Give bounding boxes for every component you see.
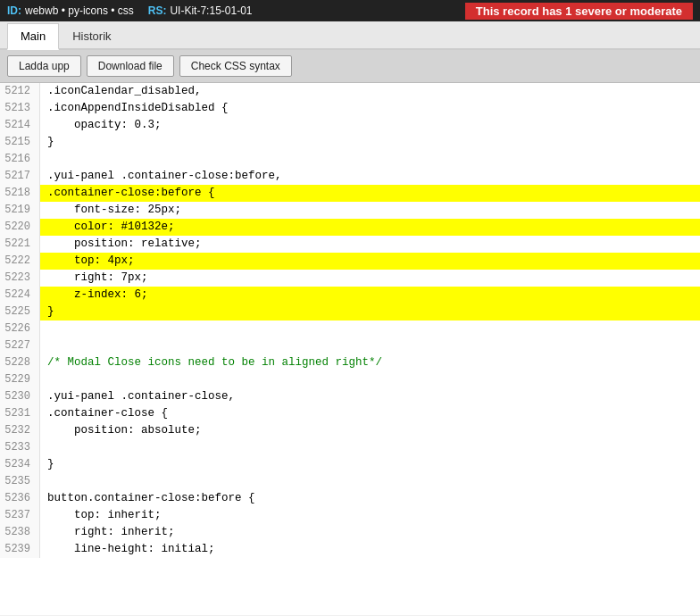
code-line-5222: 5222 top: 4px; bbox=[0, 253, 700, 270]
code-line-5215: 5215} bbox=[0, 134, 700, 151]
line-content: font-size: 25px; bbox=[40, 202, 700, 219]
code-line-5228: 5228/* Modal Close icons need to be in a… bbox=[0, 354, 700, 371]
line-number: 5212 bbox=[0, 83, 40, 100]
rs-label: RS: bbox=[148, 4, 167, 17]
line-number: 5227 bbox=[0, 337, 40, 354]
code-line-5230: 5230.yui-panel .container-close, bbox=[0, 388, 700, 405]
line-number: 5235 bbox=[0, 473, 40, 490]
tabs-bar: Main Historik bbox=[0, 21, 700, 50]
line-content: /* Modal Close icons need to be in align… bbox=[40, 354, 700, 371]
code-line-5223: 5223 right: 7px; bbox=[0, 270, 700, 287]
code-line-5220: 5220 color: #10132e; bbox=[0, 219, 700, 236]
line-number: 5221 bbox=[0, 236, 40, 253]
line-number: 5236 bbox=[0, 490, 40, 507]
line-content: position: relative; bbox=[40, 236, 700, 253]
line-content: position: absolute; bbox=[40, 422, 700, 439]
line-content: } bbox=[40, 304, 700, 320]
line-content bbox=[40, 371, 700, 388]
code-line-5227: 5227 bbox=[0, 337, 700, 354]
line-content: } bbox=[40, 456, 700, 473]
download-file-button[interactable]: Download file bbox=[87, 55, 174, 77]
line-content: .iconAppendInsideDisabled { bbox=[40, 100, 700, 117]
rs-value: UI-Kit-7:15-01-01 bbox=[170, 4, 252, 17]
line-content: z-index: 6; bbox=[40, 287, 700, 304]
line-number: 5228 bbox=[0, 354, 40, 371]
code-line-5213: 5213.iconAppendInsideDisabled { bbox=[0, 100, 700, 117]
code-line-5219: 5219 font-size: 25px; bbox=[0, 202, 700, 219]
id-label: ID: bbox=[7, 4, 21, 17]
top-bar: ID: webwb • py-icons • css RS: UI-Kit-7:… bbox=[0, 0, 700, 21]
line-content: .container-close { bbox=[40, 405, 700, 422]
id-value: webwb • py-icons • css bbox=[25, 4, 134, 17]
code-line-5233: 5233 bbox=[0, 439, 700, 456]
line-number: 5224 bbox=[0, 287, 40, 304]
code-line-5236: 5236button.container-close:before { bbox=[0, 490, 700, 507]
code-line-5226: 5226 bbox=[0, 320, 700, 337]
line-content bbox=[40, 439, 700, 456]
code-line-5217: 5217.yui-panel .container-close:before, bbox=[0, 168, 700, 185]
line-number: 5219 bbox=[0, 202, 40, 219]
line-number: 5216 bbox=[0, 151, 40, 168]
code-line-5221: 5221 position: relative; bbox=[0, 236, 700, 253]
line-content: line-height: initial; bbox=[40, 541, 700, 558]
line-content: .yui-panel .container-close:before, bbox=[40, 168, 700, 185]
line-number: 5217 bbox=[0, 168, 40, 185]
tab-historik[interactable]: Historik bbox=[59, 23, 124, 48]
tab-main[interactable]: Main bbox=[7, 23, 59, 50]
line-number: 5230 bbox=[0, 388, 40, 405]
code-line-5224: 5224 z-index: 6; bbox=[0, 287, 700, 304]
code-line-5239: 5239 line-height: initial; bbox=[0, 541, 700, 558]
line-number: 5239 bbox=[0, 541, 40, 558]
code-line-5212: 5212.iconCalendar_disabled, bbox=[0, 83, 700, 100]
line-content: top: inherit; bbox=[40, 507, 700, 524]
line-content bbox=[40, 151, 700, 168]
ladda-upp-button[interactable]: Ladda upp bbox=[7, 55, 81, 77]
line-number: 5231 bbox=[0, 405, 40, 422]
line-content: right: 7px; bbox=[40, 270, 700, 287]
line-number: 5215 bbox=[0, 134, 40, 151]
line-number: 5233 bbox=[0, 439, 40, 456]
line-number: 5222 bbox=[0, 253, 40, 270]
line-number: 5214 bbox=[0, 117, 40, 134]
line-number: 5226 bbox=[0, 320, 40, 337]
code-line-5234: 5234} bbox=[0, 456, 700, 473]
code-line-5214: 5214 opacity: 0.3; bbox=[0, 117, 700, 134]
code-line-5237: 5237 top: inherit; bbox=[0, 507, 700, 524]
line-content: .yui-panel .container-close, bbox=[40, 388, 700, 405]
line-number: 5218 bbox=[0, 185, 40, 202]
line-content: top: 4px; bbox=[40, 253, 700, 270]
line-number: 5234 bbox=[0, 456, 40, 473]
line-content: color: #10132e; bbox=[40, 219, 700, 236]
code-line-5235: 5235 bbox=[0, 473, 700, 490]
line-number: 5237 bbox=[0, 507, 40, 524]
line-content: .iconCalendar_disabled, bbox=[40, 83, 700, 100]
code-line-5232: 5232 position: absolute; bbox=[0, 422, 700, 439]
code-line-5225: 5225} bbox=[0, 304, 700, 320]
code-line-5229: 5229 bbox=[0, 371, 700, 388]
warning-banner: This record has 1 severe or moderate bbox=[465, 3, 693, 20]
line-content: opacity: 0.3; bbox=[40, 117, 700, 134]
code-area[interactable]: 5212.iconCalendar_disabled,5213.iconAppe… bbox=[0, 83, 700, 615]
code-line-5216: 5216 bbox=[0, 151, 700, 168]
line-number: 5220 bbox=[0, 219, 40, 236]
toolbar: Ladda upp Download file Check CSS syntax bbox=[0, 50, 700, 83]
line-content: .container-close:before { bbox=[40, 185, 700, 202]
line-number: 5229 bbox=[0, 371, 40, 388]
code-line-5238: 5238 right: inherit; bbox=[0, 524, 700, 541]
code-line-5218: 5218.container-close:before { bbox=[0, 185, 700, 202]
line-number: 5213 bbox=[0, 100, 40, 117]
line-content: right: inherit; bbox=[40, 524, 700, 541]
line-content: } bbox=[40, 134, 700, 151]
line-number: 5225 bbox=[0, 304, 40, 320]
check-css-syntax-button[interactable]: Check CSS syntax bbox=[179, 55, 292, 77]
code-line-5231: 5231.container-close { bbox=[0, 405, 700, 422]
line-number: 5223 bbox=[0, 270, 40, 287]
line-number: 5238 bbox=[0, 524, 40, 541]
line-content bbox=[40, 473, 700, 490]
line-content bbox=[40, 320, 700, 337]
line-number: 5232 bbox=[0, 422, 40, 439]
line-content bbox=[40, 337, 700, 354]
line-content: button.container-close:before { bbox=[40, 490, 700, 507]
